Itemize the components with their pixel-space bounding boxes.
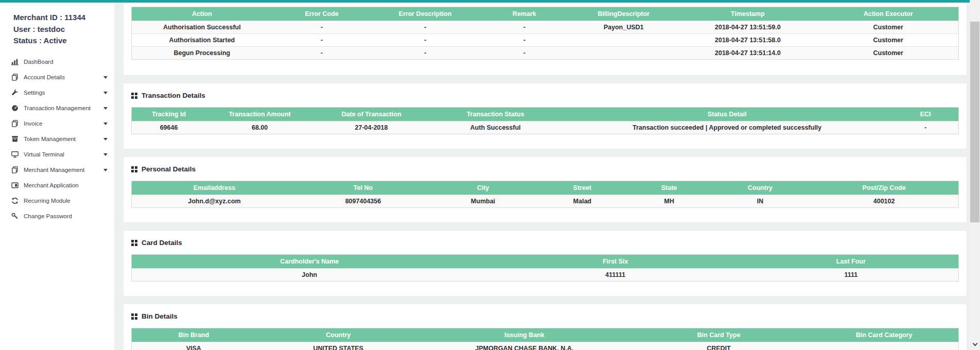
column-header-country: Country (710, 181, 810, 195)
transaction-details-table: Tracking IdTransaction AmountDate of Tra… (131, 107, 959, 134)
chevron-down-icon (103, 122, 108, 125)
table-row: John4111111111 (132, 269, 959, 282)
table-cell: UNITED STATES (256, 342, 421, 350)
table-row: Authorisation Successful---Payon_USD1201… (132, 21, 959, 34)
sidebar-item-label: Settings (24, 90, 45, 96)
sidebar-item-token-management[interactable]: Token Management (0, 131, 114, 147)
section-transaction-details: Transaction DetailsTracking IdTransactio… (124, 83, 967, 149)
sidebar-item-account-details[interactable]: Account Details (0, 69, 114, 85)
main-content: ActionError CodeError DescriptionRemarkB… (124, 3, 967, 350)
header-row: EmailaddressTel NoCityStreetStateCountry… (132, 181, 959, 195)
column-header-status-detail: Status Detail (562, 108, 892, 121)
chevron-down-icon (972, 341, 977, 346)
section-title-transaction-details: Transaction Details (131, 92, 959, 99)
sidebar-item-dashboard[interactable]: DashBoard (0, 54, 114, 69)
column-header-eci: ECI (892, 108, 959, 121)
column-header-remark: Remark (479, 7, 570, 21)
merchant-status-text: Status : Active (13, 35, 110, 47)
section-title-text: Personal Details (142, 165, 196, 173)
column-header-state: State (628, 181, 711, 195)
table-cell: - (479, 47, 570, 60)
sidebar-item-recurring-module[interactable]: Recurring Module (0, 193, 114, 208)
scrollbar-thumb[interactable] (970, 22, 979, 222)
table-cell: MH (628, 195, 711, 208)
column-header-tracking-id: Tracking Id (132, 108, 206, 121)
table-cell: Customer (818, 34, 958, 47)
table-cell: IN (710, 195, 810, 208)
table-cell: John (132, 269, 487, 282)
sidebar-item-settings[interactable]: Settings (0, 85, 114, 100)
table-cell: 27-04-2018 (313, 121, 429, 134)
table-cell: Malad (537, 195, 628, 208)
table-cell: Transaction succeeded | Approved or comp… (562, 121, 892, 134)
header-row: Cardholder's NameFirst SixLast Four (132, 255, 959, 269)
column-header-transaction-status: Transaction Status (429, 108, 562, 121)
sidebar-item-merchant-application[interactable]: Merchant Application (0, 178, 114, 193)
table-cell: 69646 (132, 121, 206, 134)
table-cell: - (272, 34, 372, 47)
header-row: ActionError CodeError DescriptionRemarkB… (132, 7, 959, 21)
column-header-cardholder-s-name: Cardholder's Name (132, 255, 487, 269)
section-title-card-details: Card Details (131, 239, 959, 247)
sidebar-item-label: Recurring Module (24, 198, 71, 204)
column-header-bin-brand: Bin Brand (132, 328, 256, 342)
sidebar-item-label: DashBoard (24, 59, 54, 65)
table-cell: 68.00 (206, 121, 313, 134)
header-row: Bin BrandCountryIssuing BankBin Card Typ… (132, 328, 959, 342)
table-cell: - (479, 34, 570, 47)
table-cell: 8097404356 (297, 195, 429, 208)
sidebar-item-label: Merchant Application (24, 182, 79, 188)
table-cell: Authorisation Successful (132, 21, 272, 34)
sidebar-item-invoice[interactable]: Invoice (0, 116, 114, 131)
sidebar-item-transaction-management[interactable]: Transaction Management (0, 100, 114, 116)
desktop-icon (10, 151, 19, 158)
grid-icon (131, 166, 137, 172)
key-icon (10, 213, 19, 220)
archive-icon (10, 135, 19, 143)
column-header-error-description: Error Description (372, 7, 479, 21)
section-action-history: ActionError CodeError DescriptionRemarkB… (124, 3, 967, 75)
column-header-bin-card-type: Bin Card Type (628, 328, 810, 342)
files-icon (10, 120, 19, 127)
column-header-city: City (429, 181, 537, 195)
table-cell: 400102 (810, 195, 958, 208)
sidebar-item-virtual-terminal[interactable]: Virtual Terminal (0, 147, 114, 162)
sidebar-item-label: Account Details (24, 74, 65, 80)
sidebar-item-label: Change Password (24, 213, 72, 219)
sidebar-item-label: Invoice (24, 120, 42, 127)
sidebar-menu: DashBoardAccount DetailsSettingsTransact… (0, 51, 114, 224)
table-cell: 411111 (487, 269, 744, 282)
table-cell: - (372, 34, 479, 47)
table-row: VISAUNITED STATESJPMORGAN CHASE BANK, N.… (132, 342, 959, 350)
sidebar-item-label: Merchant Management (24, 167, 84, 173)
sidebar-item-change-password[interactable]: Change Password (0, 208, 114, 224)
vertical-scrollbar[interactable] (970, 0, 980, 350)
sidebar: Merchant ID : 11344 User : testdoc Statu… (0, 3, 114, 350)
table-cell (570, 47, 677, 60)
column-header-emailaddress: Emailaddress (132, 181, 297, 195)
table-cell: JPMORGAN CHASE BANK, N.A. (421, 342, 628, 350)
table-cell: - (372, 47, 479, 60)
section-personal-details: Personal DetailsEmailaddressTel NoCitySt… (124, 157, 967, 222)
column-header-first-six: First Six (487, 255, 744, 269)
table-cell: CREDIT (628, 342, 810, 350)
column-header-street: Street (537, 181, 628, 195)
chevron-down-icon (103, 92, 108, 94)
column-header-error-code: Error Code (272, 7, 372, 21)
table-cell: 2018-04-27 13:51:14.0 (677, 47, 818, 60)
table-cell: - (272, 47, 372, 60)
table-cell: - (372, 21, 479, 34)
column-header-action-executor: Action Executor (818, 7, 958, 21)
section-title-personal-details: Personal Details (131, 165, 959, 173)
refresh-icon (10, 197, 19, 204)
sidebar-item-label: Transaction Management (24, 105, 91, 111)
merchant-id-text: Merchant ID : 11344 (13, 12, 110, 24)
scroll-down-button[interactable] (970, 340, 980, 348)
table-cell: Payon_USD1 (570, 21, 677, 34)
table-row: 6964668.0027-04-2018Auth SuccessfulTrans… (132, 121, 959, 134)
column-header-bin-card-category: Bin Card Category (810, 328, 958, 342)
bar-chart-icon (10, 58, 19, 65)
column-header-issuing-bank: Issuing Bank (421, 328, 628, 342)
grid-icon (131, 313, 137, 320)
sidebar-item-merchant-management[interactable]: Merchant Management (0, 162, 114, 178)
